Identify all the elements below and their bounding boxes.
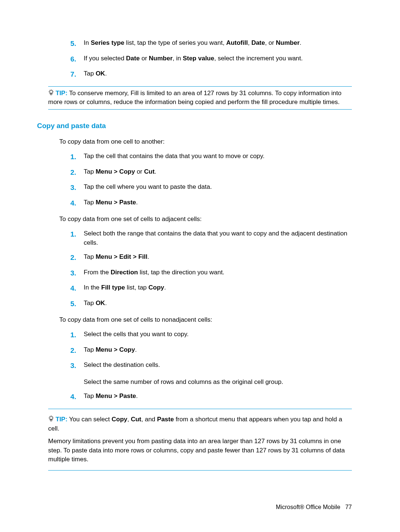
text: or [140,55,149,62]
text: Tap [84,300,96,307]
svg-line-8 [53,93,53,94]
text: or [135,168,144,175]
list-text: Tap the cell where you want to paste the… [84,183,352,193]
text: You can select [69,416,112,423]
list-number: 3. [70,268,84,278]
list-number: 1. [70,152,84,162]
text: Tap [84,168,96,175]
list-text: Tap the cell that contains the data that… [84,152,352,162]
step-5: 5. In Series type list, tap the type of … [70,39,352,49]
bold: OK [96,300,105,307]
text: . [164,284,166,291]
step-7: 7. Tap OK. [70,69,352,80]
step-3: 3. Tap the cell where you want to paste … [70,183,352,193]
step-1: 1. Tap the cell that contains the data t… [70,152,352,162]
svg-line-18 [53,419,53,420]
list-text: Tap Menu > Paste. [84,392,352,402]
svg-line-16 [53,416,53,417]
svg-line-17 [49,419,50,420]
text: . [105,300,107,307]
bold: Date [126,55,140,62]
svg-line-15 [49,416,50,417]
list-number: 1. [70,229,84,247]
list-text: Tap OK. [84,299,352,309]
list-text: Tap Menu > Copy or Cut. [84,167,352,178]
list-text: In the Fill type list, tap Copy. [84,283,352,294]
bold: Copy [111,416,127,423]
step-2: 2. Tap Menu > Copy or Cut. [70,167,352,178]
step-6: 6. If you selected Date or Number, in St… [70,54,352,64]
list-text: Tap Menu > Edit > Fill. [84,252,352,263]
text: Tap [84,70,96,77]
page-footer: Microsoft® Office Mobile 77 [276,503,352,511]
bold: Date [251,39,265,46]
list-text: Tap Menu > Paste. [84,198,352,208]
paragraph: To copy data from one set of cells to ad… [59,215,352,224]
bold: Cut [144,168,154,175]
svg-line-7 [49,93,50,94]
list-number: 1. [70,330,84,340]
text: list, tap the type of series you want, [124,39,226,46]
bold: Fill type [101,284,125,291]
bold: Step value [183,55,214,62]
tip-text: Memory limitations prevent you from past… [48,437,352,464]
text: From the [84,269,111,276]
list-number: 4. [70,392,84,402]
section-heading: Copy and paste data [37,121,352,131]
svg-point-10 [50,416,53,419]
text: , select the increment you want. [214,55,303,62]
list-text: Select the destination cells. [84,361,352,371]
list-number: 2. [70,167,84,178]
step-2: 2. Tap Menu > Edit > Fill. [70,252,352,263]
text: Tap [84,253,96,260]
list-number: 7. [70,69,84,80]
list-text: Select both the range that contains the … [84,229,352,247]
text: Tap [84,199,96,206]
svg-line-5 [49,90,50,91]
text: In the [84,284,101,291]
step-4: 4. Tap Menu > Paste. [70,198,352,208]
step-4: 4. Tap Menu > Paste. [70,392,352,402]
list-text: Tap OK. [84,69,352,80]
text: If you selected [84,55,126,62]
text: list, tap [125,284,149,291]
step-3: 3. From the Direction list, tap the dire… [70,268,352,278]
text: , and [141,416,157,423]
text: . [105,70,107,77]
text: Tap [84,392,96,399]
text: . [136,392,138,399]
lightbulb-icon [48,415,54,422]
step-5: 5. Tap OK. [70,299,352,309]
bold: Autofill [226,39,248,46]
bold: Paste [157,416,174,423]
paragraph: To copy data from one set of cells to no… [59,315,352,325]
lightbulb-icon [48,89,54,96]
nested-paragraph: Select the same number of rows and colum… [84,378,352,387]
paragraph: To copy data from one cell to another: [59,137,352,147]
bold: OK [96,70,105,77]
list-number: 3. [70,361,84,371]
tip-label: TIP: [56,416,67,423]
text: . [300,39,301,46]
svg-line-6 [53,90,53,91]
text: , or [265,39,276,46]
step-1: 1. Select the cells that you want to cop… [70,330,352,340]
text: In [84,39,91,46]
text: . [136,199,138,206]
list-text: Tap Menu > Copy. [84,345,352,356]
bold: Copy [149,284,164,291]
text: , [127,416,131,423]
bold: Cut [131,416,141,423]
list-text: If you selected Date or Number, in Step … [84,54,352,64]
text: , [248,39,251,46]
list-number: 3. [70,183,84,193]
bold: Number [276,39,300,46]
tip-block: TIP: You can select Copy, Cut, and Paste… [48,409,352,471]
text: . [154,168,156,175]
list-number: 4. [70,198,84,208]
list-text: Select the cells that you want to copy. [84,330,352,340]
list-number: 5. [70,299,84,309]
list-number: 2. [70,345,84,356]
text: list, tap the direction you want. [138,269,224,276]
bold: Menu > Paste [96,392,136,399]
